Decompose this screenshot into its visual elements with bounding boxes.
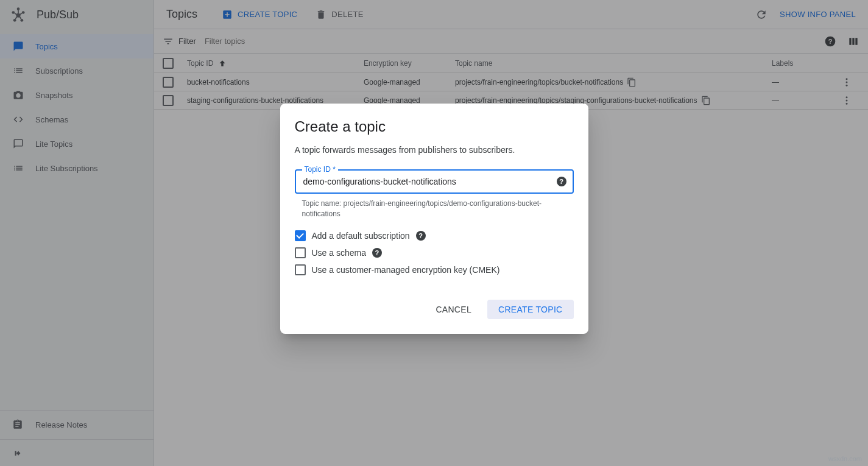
option-use-cmek[interactable]: Use a customer-managed encryption key (C… bbox=[295, 264, 574, 275]
option-label: Use a customer-managed encryption key (C… bbox=[312, 265, 500, 275]
topic-name-helper: Topic name: projects/frain-engineering/t… bbox=[302, 199, 574, 219]
topic-id-field-wrapper: Topic ID * ? bbox=[295, 169, 574, 194]
help-icon[interactable]: ? bbox=[372, 248, 382, 258]
checkbox-icon[interactable] bbox=[295, 264, 306, 275]
watermark: wsxdn.com bbox=[828, 455, 862, 462]
create-topic-dialog: Create a topic A topic forwards messages… bbox=[280, 104, 588, 334]
modal-overlay[interactable]: Create a topic A topic forwards messages… bbox=[0, 0, 868, 466]
option-label: Use a schema bbox=[312, 248, 366, 258]
help-icon[interactable]: ? bbox=[416, 231, 426, 241]
dialog-actions: CANCEL CREATE TOPIC bbox=[295, 300, 574, 319]
option-add-default-subscription[interactable]: Add a default subscription ? bbox=[295, 230, 574, 241]
dialog-description: A topic forwards messages from publisher… bbox=[295, 145, 574, 155]
topic-id-label: Topic ID * bbox=[302, 165, 338, 174]
topic-id-input[interactable] bbox=[303, 177, 548, 186]
cancel-button[interactable]: CANCEL bbox=[427, 300, 480, 319]
help-icon[interactable]: ? bbox=[557, 177, 566, 186]
dialog-title: Create a topic bbox=[295, 118, 574, 135]
checkbox-icon[interactable] bbox=[295, 247, 306, 258]
checkbox-icon[interactable] bbox=[295, 230, 306, 241]
create-topic-submit-button[interactable]: CREATE TOPIC bbox=[487, 300, 574, 319]
option-label: Add a default subscription bbox=[312, 231, 410, 241]
option-use-schema[interactable]: Use a schema ? bbox=[295, 247, 574, 258]
